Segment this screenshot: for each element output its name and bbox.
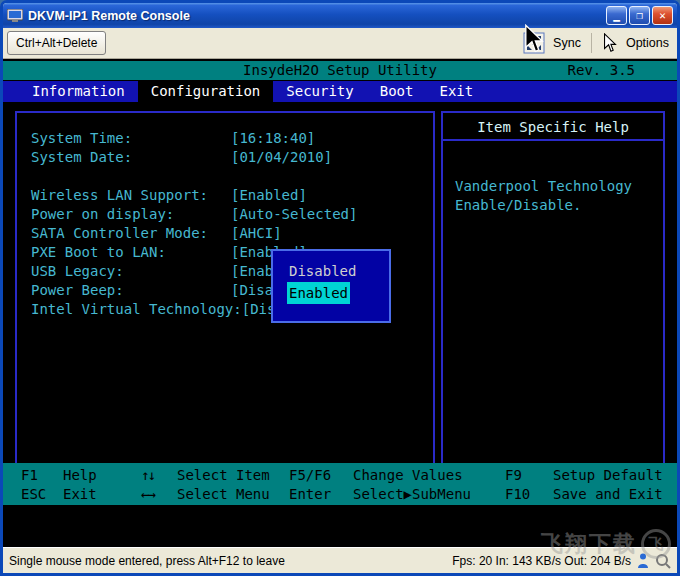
help-pane: Item Specific Help Vanderpool Technology… [441,111,665,499]
setting-system-time[interactable]: System Time: [16:18:40] [17,129,433,148]
minimize-button[interactable]: ▁ [606,6,627,25]
popup-option-enabled[interactable]: Enabled [287,282,389,304]
bios-menu-bar: Information Configuration Security Boot … [3,81,677,102]
value-popup: Disabled Enabled [271,249,391,323]
tab-configuration[interactable]: Configuration [138,81,274,102]
popup-option-disabled[interactable]: Disabled [287,260,389,282]
setting-sata-mode[interactable]: SATA Controller Mode: [AHCI] [17,224,433,243]
pointer-icon [602,33,618,53]
ctrl-alt-delete-button[interactable]: Ctrl+Alt+Delete [7,31,106,55]
bios-key-legend: F1 Help ↑↓ Select Item F5/F6 Change Valu… [3,463,677,505]
tab-security[interactable]: Security [273,81,366,102]
toolbar: Ctrl+Alt+Delete Sync Options [3,28,677,59]
bios-header: InsydeH2O Setup Utility Rev. 3.5 [3,61,677,80]
options-menu[interactable]: Options [626,36,669,50]
statusbar: Single mouse mode entered, press Alt+F12… [3,547,677,573]
restore-button[interactable]: ❐ [629,6,650,25]
zoom-icon[interactable] [655,553,671,569]
key-legend-row1: F1 Help ↑↓ Select Item F5/F6 Change Valu… [21,466,677,485]
setting-wireless-lan[interactable]: Wireless LAN Support: [Enabled] [17,186,433,205]
titlebar[interactable]: DKVM-IP1 Remote Console ▁ ❐ ✕ [3,3,677,28]
setting-system-date[interactable]: System Date: [01/04/2010] [17,148,433,167]
spacer [17,167,433,186]
app-icon [7,9,23,23]
help-pane-title: Item Specific Help [443,113,663,141]
bios-main-area: System Time: [16:18:40] System Date: [01… [3,103,677,505]
connection-stats: Fps: 20 In: 143 KB/s Out: 204 B/s [452,554,631,568]
key-legend-row2: ESC Exit ←→ Select Menu Enter Select▶Sub… [21,485,677,504]
setting-power-on-display[interactable]: Power on display: [Auto-Selected] [17,205,433,224]
tab-boot[interactable]: Boot [367,81,427,102]
remote-console-window: DKVM-IP1 Remote Console ▁ ❐ ✕ Ctrl+Alt+D… [0,0,680,576]
bios-title: InsydeH2O Setup Utility [243,62,437,78]
close-button[interactable]: ✕ [652,6,673,25]
window-title: DKVM-IP1 Remote Console [28,9,606,23]
status-message: Single mouse mode entered, press Alt+F12… [9,554,285,568]
toolbar-separator [591,33,592,53]
user-icon[interactable] [637,553,649,569]
mouse-cursor [523,24,545,54]
remote-screen[interactable]: InsydeH2O Setup Utility Rev. 3.5 Informa… [3,59,677,547]
bios-revision: Rev. 3.5 [568,61,635,80]
tab-information[interactable]: Information [19,81,138,102]
sync-menu[interactable]: Sync [553,36,581,50]
help-text: Vanderpool Technology Enable/Disable. [443,141,663,251]
tab-exit[interactable]: Exit [426,81,486,102]
